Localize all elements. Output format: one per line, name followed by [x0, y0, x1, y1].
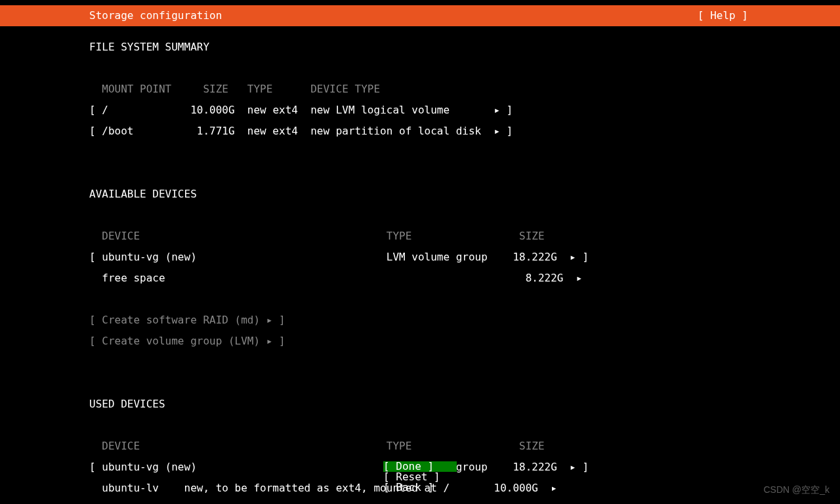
avail-type: LVM volume group — [387, 251, 488, 263]
dev-header-device: DEVICE — [102, 440, 140, 452]
chevron-right-icon: ▸ — [570, 251, 576, 263]
avail-size: 8.222G — [526, 272, 564, 284]
fs-size: 1.771G — [197, 125, 235, 137]
create-raid-button[interactable]: [ Create software RAID (md) ▸ ] — [89, 315, 840, 326]
header-bar: Storage configuration [ Help ] — [0, 5, 840, 26]
fs-devtype: new partition of local disk — [310, 125, 481, 137]
used-title: USED DEVICES — [89, 399, 840, 410]
avail-row[interactable]: [ ubuntu-vg (new) LVM volume group 18.22… — [89, 252, 840, 262]
dev-header-row: DEVICE TYPE SIZE — [89, 441, 840, 452]
create-lvm-label: Create volume group (LVM) — [102, 335, 260, 347]
help-button[interactable]: [ Help ] — [698, 5, 840, 26]
fs-mount: /boot — [102, 125, 133, 137]
chevron-right-icon: ▸ — [266, 314, 273, 326]
avail-size: 18.222G — [513, 251, 556, 263]
back-button[interactable]: [ Back ] — [383, 482, 457, 493]
fs-row[interactable]: [ /boot 1.771G new ext4 new partition of… — [89, 126, 840, 136]
chevron-right-icon: ▸ — [576, 272, 583, 284]
available-title: AVAILABLE DEVICES — [89, 189, 840, 200]
avail-device: free space — [102, 272, 165, 284]
fs-header-type: TYPE — [247, 83, 273, 95]
dev-header-row: DEVICE TYPE SIZE — [89, 231, 840, 242]
avail-device: ubuntu-vg (new) — [102, 251, 197, 263]
fs-row[interactable]: [ / 10.000G new ext4 new LVM logical vol… — [89, 105, 840, 116]
chevron-right-icon: ▸ — [494, 104, 501, 116]
back-label: Back — [396, 481, 421, 494]
fs-header-size: SIZE — [203, 83, 228, 95]
watermark: CSDN @空空_k — [763, 484, 830, 496]
button-bar: [ Done ] [ Reset ] [ Back ] — [0, 461, 840, 493]
fs-header-devtype: DEVICE TYPE — [310, 83, 380, 95]
dev-header-size: SIZE — [519, 440, 545, 452]
fs-type: new ext4 — [247, 125, 298, 137]
fs-type: new ext4 — [247, 104, 298, 116]
fs-header-row: MOUNT POINT SIZE TYPE DEVICE TYPE — [89, 84, 840, 94]
fs-header-mount: MOUNT POINT — [102, 83, 171, 95]
create-lvm-button[interactable]: [ Create volume group (LVM) ▸ ] — [89, 336, 840, 346]
fs-mount: / — [102, 104, 108, 116]
avail-row[interactable]: free space 8.222G ▸ — [89, 273, 840, 284]
dev-header-type: TYPE — [387, 230, 412, 242]
fs-devtype: new LVM logical volume — [310, 104, 450, 116]
chevron-right-icon: ▸ — [494, 125, 501, 137]
fs-summary-title: FILE SYSTEM SUMMARY — [89, 42, 840, 52]
chevron-right-icon: ▸ — [266, 335, 273, 347]
fs-size: 10.000G — [190, 104, 234, 116]
dev-header-device: DEVICE — [102, 230, 140, 242]
dev-header-type: TYPE — [387, 440, 412, 452]
create-raid-label: Create software RAID (md) — [102, 314, 260, 326]
page-title: Storage configuration — [0, 5, 222, 26]
dev-header-size: SIZE — [519, 230, 545, 242]
main-content: FILE SYSTEM SUMMARY MOUNT POINT SIZE TYP… — [0, 26, 840, 504]
